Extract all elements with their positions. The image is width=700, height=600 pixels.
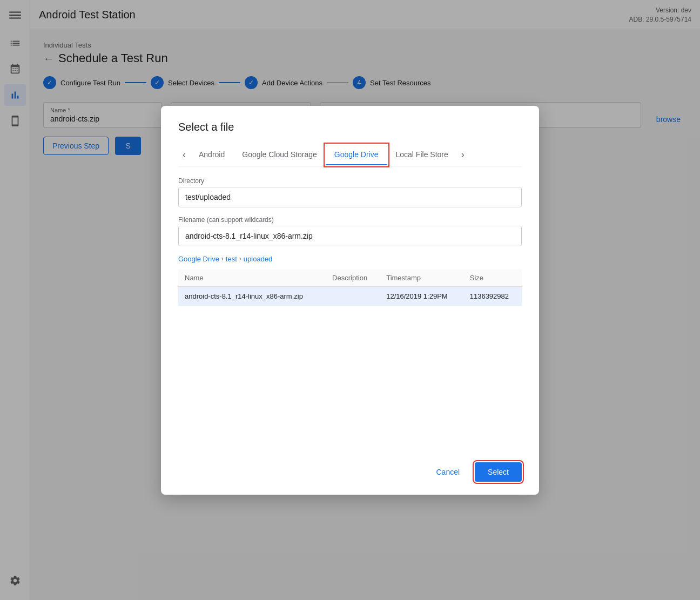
col-size: Size — [463, 269, 522, 287]
dialog-footer: Cancel Select — [178, 449, 522, 482]
path-breadcrumb: Google Drive › test › uploaded — [178, 255, 522, 263]
col-description: Description — [326, 269, 380, 287]
tab-android[interactable]: Android — [190, 145, 233, 165]
directory-label: Directory — [178, 177, 522, 185]
cancel-button[interactable]: Cancel — [429, 463, 466, 481]
select-file-dialog: Select a file ‹ Android Google Cloud Sto… — [161, 106, 539, 495]
tab-next-button[interactable]: › — [457, 144, 469, 166]
col-name: Name — [178, 269, 326, 287]
path-sep-1: › — [221, 255, 224, 262]
directory-input[interactable] — [178, 187, 522, 207]
filename-label: Filename (can support wildcards) — [178, 216, 522, 224]
tab-google-drive[interactable]: Google Drive — [326, 145, 387, 165]
path-part-1[interactable]: test — [226, 255, 237, 263]
file-description — [326, 286, 380, 306]
path-sep-2: › — [239, 255, 241, 262]
filename-field: Filename (can support wildcards) — [178, 216, 522, 246]
tab-local-file-store[interactable]: Local File Store — [387, 145, 457, 165]
modal-overlay: Select a file ‹ Android Google Cloud Sto… — [0, 0, 700, 600]
dialog-title: Select a file — [178, 121, 522, 133]
file-name: android-cts-8.1_r14-linux_x86-arm.zip — [178, 286, 326, 306]
tab-bar: ‹ Android Google Cloud Storage Google Dr… — [178, 144, 522, 166]
file-size: 1136392982 — [463, 286, 522, 306]
table-row[interactable]: android-cts-8.1_r14-linux_x86-arm.zip 12… — [178, 286, 522, 306]
file-table: Name Description Timestamp Size android-… — [178, 269, 522, 306]
tab-google-cloud-storage[interactable]: Google Cloud Storage — [233, 145, 326, 165]
file-timestamp: 12/16/2019 1:29PM — [380, 286, 463, 306]
directory-field: Directory — [178, 177, 522, 207]
path-part-2[interactable]: uploaded — [244, 255, 273, 263]
filename-input[interactable] — [178, 226, 522, 246]
path-root[interactable]: Google Drive — [178, 255, 219, 263]
col-timestamp: Timestamp — [380, 269, 463, 287]
select-button[interactable]: Select — [475, 462, 522, 482]
tab-prev-button[interactable]: ‹ — [178, 144, 190, 166]
